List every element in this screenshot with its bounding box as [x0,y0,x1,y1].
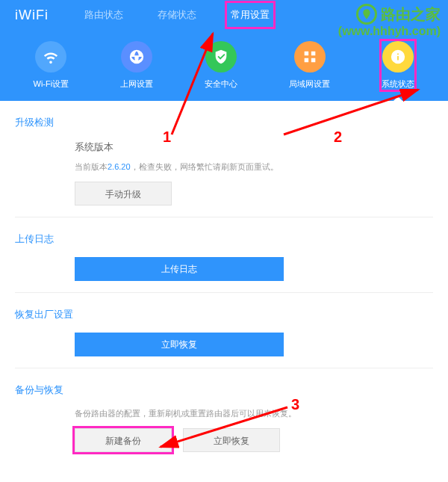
watermark-overlay: 路由之家 (www.hhhyh.com) [338,4,441,38]
section-title: 升级检测 [15,116,433,129]
nav-wifi-settings[interactable]: Wi-Fi设置 [34,41,69,90]
section-factory-reset: 恢复出厂设置 立即恢复 [15,293,433,368]
lan-icon [294,41,326,72]
nav-label: 安全中心 [205,78,237,90]
version-subtitle: 系统版本 [75,140,433,154]
tab-router-status[interactable]: 路由状态 [78,1,129,29]
section-title: 备份与恢复 [15,383,433,397]
globe-icon [121,41,152,72]
restore-now-button[interactable]: 立即恢复 [75,333,284,356]
nav-label: Wi-Fi设置 [34,78,69,90]
nav-internet-settings[interactable]: 上网设置 [120,41,153,90]
upload-log-button[interactable]: 上传日志 [75,257,284,281]
info-icon [382,41,414,72]
nav-security-center[interactable]: 安全中心 [205,41,237,90]
version-number: 2.6.20 [108,162,131,171]
section-title: 上传日志 [15,232,433,246]
shield-icon [205,41,237,72]
watermark-url: (www.hhhyh.com) [338,25,441,38]
manual-upgrade-button[interactable]: 手动升级 [75,182,172,206]
version-desc: 当前版本2.6.20，检查失败，网络繁忙请刷新页面重试。 [75,161,433,173]
section-upload-log: 上传日志 上传日志 [15,217,433,293]
nav-label: 系统状态 [382,78,414,90]
watermark-icon [356,4,377,25]
watermark-brand: 路由之家 [381,4,441,25]
nav-system-status[interactable]: 系统状态 [382,41,414,90]
section-upgrade: 升级检测 系统版本 当前版本2.6.20，检查失败，网络繁忙请刷新页面重试。 手… [15,101,433,217]
wifi-icon [35,41,66,72]
content-area: 升级检测 系统版本 当前版本2.6.20，检查失败，网络繁忙请刷新页面重试。 手… [0,101,448,478]
logo: iWiFi [15,7,49,23]
tab-common-settings[interactable]: 常用设置 [225,1,276,29]
icon-nav: Wi-Fi设置 上网设置 安全中心 局域网设置 系统状态 [0,30,448,101]
restore-backup-button[interactable]: 立即恢复 [183,428,280,452]
backup-desc: 备份路由器的配置，重新刷机或重置路由器后可以用来恢复。 [75,408,433,419]
section-backup-restore: 备份与恢复 备份路由器的配置，重新刷机或重置路由器后可以用来恢复。 新建备份 立… [15,368,433,463]
tab-storage-status[interactable]: 存储状态 [152,1,202,29]
nav-label: 局域网设置 [289,78,330,90]
nav-lan-settings[interactable]: 局域网设置 [289,41,330,90]
section-title: 恢复出厂设置 [15,308,433,321]
nav-label: 上网设置 [120,78,153,90]
new-backup-button[interactable]: 新建备份 [75,428,172,452]
